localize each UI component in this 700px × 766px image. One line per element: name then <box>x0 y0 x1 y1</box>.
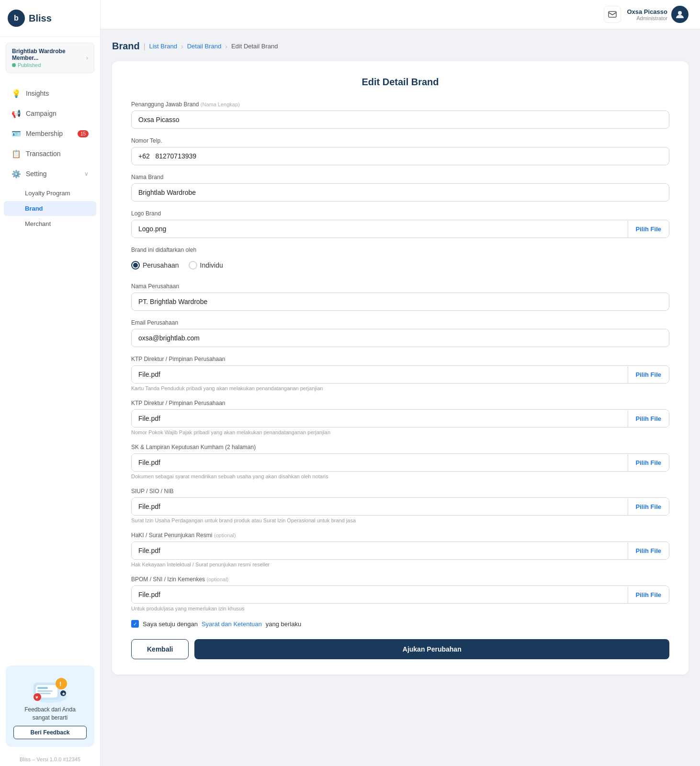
siup-filename: File.pdf <box>132 498 628 515</box>
logo-area: b Bliss <box>0 0 100 37</box>
topbar: Oxsa Picasso Administrator <box>101 0 700 29</box>
terms-link[interactable]: Syarat dan Ketentuan <box>202 620 262 628</box>
terms-checkbox-row: ✓ Saya setuju dengan Syarat dan Ketentua… <box>131 620 669 628</box>
mail-icon <box>608 11 617 18</box>
email-perusahaan-input[interactable] <box>131 329 669 347</box>
insights-icon: 💡 <box>11 89 21 98</box>
radio-perusahaan[interactable]: Perusahaan <box>131 261 179 270</box>
nama-perusahaan-group: Nama Perusahaan <box>131 283 669 311</box>
ktp2-label: KTP Direktur / Pimpinan Perusahaan <box>131 400 669 406</box>
haki-choose-button[interactable]: Pilih File <box>628 542 669 559</box>
sk-choose-button[interactable]: Pilih File <box>628 454 669 471</box>
register-type-group: Brand ini didaftarkan oleh Perusahaan In… <box>131 247 669 274</box>
feedback-text: Feedback dari Anda sangat berarti <box>13 706 87 722</box>
siup-hint: Surat Izin Usaha Perdagangan untuk brand… <box>131 518 669 523</box>
role-text: Administrator <box>627 15 667 21</box>
logo-text: Bliss <box>29 13 52 24</box>
status-dot <box>12 63 16 67</box>
campaign-label: Campaign <box>26 110 56 117</box>
version-text: Bliss – Versi 1.0.0 #12345 <box>0 753 100 766</box>
breadcrumb: Brand | List Brand › Detail Brand › Edit… <box>112 41 689 52</box>
sidebar-item-campaign[interactable]: 📢 Campaign <box>4 104 96 123</box>
radio-individu-circle <box>189 261 197 270</box>
register-type-label: Brand ini didaftarkan oleh <box>131 247 669 253</box>
register-radio-group: Perusahaan Individu <box>131 256 669 274</box>
breadcrumb-sep1: | <box>144 43 146 50</box>
logo-filename: Logo.png <box>132 220 628 237</box>
radio-individu-label: Individu <box>200 261 223 269</box>
merchant-label: Merchant <box>25 220 51 227</box>
sk-file-input: File.pdf Pilih File <box>131 453 669 472</box>
form-card: Edit Detail Brand Penanggung Jawab Brand… <box>112 61 689 675</box>
siup-file-input: File.pdf Pilih File <box>131 497 669 516</box>
phone-group: Nomor Telp. <box>131 137 669 165</box>
phone-label: Nomor Telp. <box>131 137 669 144</box>
ktp1-choose-button[interactable]: Pilih File <box>628 366 669 383</box>
ktp1-group: KTP Direktur / Pimpinan Perusahaan File.… <box>131 356 669 391</box>
username-text: Oxsa Picasso <box>627 8 667 15</box>
membership-icon: 🪪 <box>11 129 21 138</box>
checkbox-text1: Saya setuju dengan <box>143 620 198 628</box>
breadcrumb-list-brand[interactable]: List Brand <box>149 43 177 50</box>
nama-perusahaan-input[interactable] <box>131 293 669 311</box>
sidebar-item-merchant[interactable]: Merchant <box>4 216 96 231</box>
sk-hint: Dokumen sebagai syarat mendirikan sebuah… <box>131 473 669 479</box>
main-area: Oxsa Picasso Administrator Brand | List … <box>101 0 700 766</box>
ktp1-hint: Kartu Tanda Penduduk pribadi yang akan m… <box>131 385 669 391</box>
radio-perusahaan-dot <box>133 263 138 268</box>
ktp1-label: KTP Direktur / Pimpinan Perusahaan <box>131 356 669 362</box>
sidebar: b Bliss Brightlab Wardrobe Member... Pub… <box>0 0 101 766</box>
penanggung-label: Penanggung Jawab Brand (Nama Lengkap) <box>131 101 669 108</box>
haki-group: HaKI / Surat Penunjukan Resmi (optional)… <box>131 532 669 567</box>
bpom-group: BPOM / SNI / Izin Kemenkes (optional) Fi… <box>131 576 669 611</box>
user-avatar <box>671 6 689 23</box>
bpom-file-input: File.pdf Pilih File <box>131 586 669 604</box>
transaction-icon: 📋 <box>11 149 21 158</box>
bpom-choose-button[interactable]: Pilih File <box>628 586 669 603</box>
feedback-button[interactable]: Beri Feedback <box>13 726 87 739</box>
svg-rect-3 <box>37 687 48 689</box>
radio-individu[interactable]: Individu <box>189 261 223 270</box>
sidebar-item-insights[interactable]: 💡 Insights <box>4 84 96 103</box>
sidebar-item-setting[interactable]: ⚙️ Setting ∨ <box>4 164 96 183</box>
setting-label: Setting <box>26 170 47 178</box>
phone-input[interactable] <box>131 147 669 165</box>
workspace-name: Brightlab Wardrobe Member... <box>12 48 86 61</box>
workspace-status: Published <box>12 62 86 68</box>
sk-group: SK & Lampiran Keputusan Kumham (2 halama… <box>131 444 669 479</box>
nama-brand-label: Nama Brand <box>131 174 669 180</box>
ktp2-choose-button[interactable]: Pilih File <box>628 410 669 427</box>
penanggung-group: Penanggung Jawab Brand (Nama Lengkap) <box>131 101 669 129</box>
breadcrumb-title: Brand <box>112 41 140 52</box>
workspace-switcher[interactable]: Brightlab Wardrobe Member... Published › <box>6 43 94 73</box>
breadcrumb-detail-brand[interactable]: Detail Brand <box>187 43 222 50</box>
nama-brand-input[interactable] <box>131 183 669 202</box>
siup-choose-button[interactable]: Pilih File <box>628 498 669 515</box>
back-button[interactable]: Kembali <box>131 639 189 659</box>
sidebar-item-transaction[interactable]: 📋 Transaction <box>4 144 96 163</box>
logo-label: Logo Brand <box>131 210 669 217</box>
logo-choose-button[interactable]: Pilih File <box>628 221 669 237</box>
sidebar-item-loyalty[interactable]: Loyalty Program <box>4 186 96 201</box>
form-buttons: Kembali Ajukan Perubahan <box>131 639 669 659</box>
svg-rect-12 <box>609 11 616 17</box>
terms-checkbox[interactable]: ✓ <box>131 620 139 628</box>
bpom-hint: Untuk produk/jasa yang memerlukan izin k… <box>131 606 669 611</box>
insights-label: Insights <box>26 90 49 97</box>
feedback-box: ! ♥ ★ Feedback dari Anda sangat berarti … <box>6 665 94 747</box>
logo-group: Logo Brand Logo.png Pilih File <box>131 210 669 238</box>
submit-button[interactable]: Ajukan Perubahan <box>194 639 669 659</box>
form-title: Edit Detail Brand <box>131 77 669 88</box>
haki-filename: File.pdf <box>132 542 628 559</box>
svg-text:♥: ♥ <box>35 695 38 700</box>
svg-text:★: ★ <box>62 692 66 696</box>
avatar-icon <box>675 10 685 19</box>
sidebar-item-brand[interactable]: Brand <box>4 201 96 216</box>
siup-group: SIUP / SIO / NIB File.pdf Pilih File Sur… <box>131 488 669 523</box>
ktp2-hint: Nomor Pokok Wajib Pajak pribadi yang aka… <box>131 429 669 435</box>
mail-button[interactable] <box>604 6 621 23</box>
bpom-filename: File.pdf <box>132 586 628 603</box>
sidebar-item-membership[interactable]: 🪪 Membership 15 <box>4 124 96 143</box>
workspace-info: Brightlab Wardrobe Member... Published <box>12 48 86 68</box>
penanggung-input[interactable] <box>131 111 669 129</box>
